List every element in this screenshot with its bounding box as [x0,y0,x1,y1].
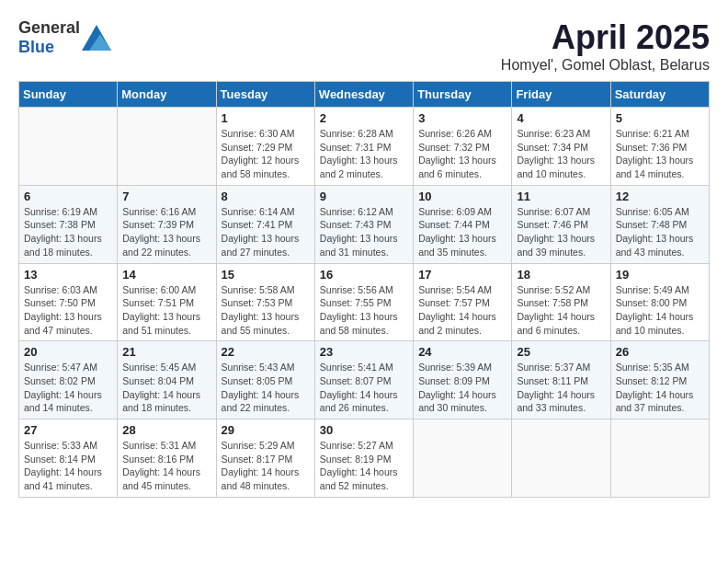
day-info: Sunrise: 6:23 AM Sunset: 7:34 PM Dayligh… [517,127,605,181]
calendar-week-row: 20Sunrise: 5:47 AM Sunset: 8:02 PM Dayli… [19,341,710,419]
day-number: 2 [320,111,408,125]
weekday-header-row: SundayMondayTuesdayWednesdayThursdayFrid… [19,82,710,108]
day-info: Sunrise: 6:26 AM Sunset: 7:32 PM Dayligh… [418,127,506,181]
day-number: 11 [517,190,605,203]
calendar-day-cell: 17Sunrise: 5:54 AM Sunset: 7:57 PM Dayli… [414,263,512,341]
day-info: Sunrise: 6:09 AM Sunset: 7:44 PM Dayligh… [418,205,506,259]
calendar-week-row: 27Sunrise: 5:33 AM Sunset: 8:14 PM Dayli… [19,419,710,498]
day-info: Sunrise: 5:52 AM Sunset: 7:58 PM Dayligh… [517,283,605,338]
day-info: Sunrise: 5:39 AM Sunset: 8:09 PM Dayligh… [418,361,506,415]
calendar-day-cell: 8Sunrise: 6:14 AM Sunset: 7:41 PM Daylig… [216,185,314,263]
calendar-day-cell: 4Sunrise: 6:23 AM Sunset: 7:34 PM Daylig… [512,108,610,186]
weekday-header: Monday [118,82,216,108]
calendar-day-cell [118,108,216,186]
day-info: Sunrise: 6:12 AM Sunset: 7:43 PM Dayligh… [320,205,408,259]
day-number: 17 [418,268,506,282]
day-number: 13 [24,268,112,282]
calendar-day-cell: 22Sunrise: 5:43 AM Sunset: 8:05 PM Dayli… [216,341,314,419]
calendar-day-cell: 27Sunrise: 5:33 AM Sunset: 8:14 PM Dayli… [19,419,118,498]
day-info: Sunrise: 6:00 AM Sunset: 7:51 PM Dayligh… [122,283,210,338]
day-number: 5 [616,111,704,125]
day-number: 6 [24,190,112,203]
day-number: 3 [418,111,506,125]
day-info: Sunrise: 6:14 AM Sunset: 7:41 PM Dayligh… [222,205,310,259]
calendar-day-cell: 23Sunrise: 5:41 AM Sunset: 8:07 PM Dayli… [314,341,413,419]
calendar-day-cell: 19Sunrise: 5:49 AM Sunset: 8:00 PM Dayli… [610,263,709,341]
day-info: Sunrise: 5:37 AM Sunset: 8:11 PM Dayligh… [517,361,605,415]
day-number: 20 [24,345,112,359]
weekday-header: Wednesday [314,82,413,108]
day-number: 29 [222,423,310,437]
day-info: Sunrise: 5:45 AM Sunset: 8:04 PM Dayligh… [122,361,210,415]
day-number: 10 [418,190,506,203]
day-info: Sunrise: 5:41 AM Sunset: 8:07 PM Dayligh… [320,361,408,415]
day-number: 27 [24,423,112,437]
weekday-header: Sunday [19,82,118,108]
calendar-day-cell: 16Sunrise: 5:56 AM Sunset: 7:55 PM Dayli… [314,263,413,341]
calendar-day-cell: 10Sunrise: 6:09 AM Sunset: 7:44 PM Dayli… [414,185,512,263]
day-number: 21 [122,345,210,359]
day-info: Sunrise: 6:28 AM Sunset: 7:31 PM Dayligh… [320,127,408,181]
calendar-day-cell: 26Sunrise: 5:35 AM Sunset: 8:12 PM Dayli… [610,341,709,419]
day-number: 28 [122,423,210,437]
calendar-day-cell: 5Sunrise: 6:21 AM Sunset: 7:36 PM Daylig… [610,108,709,186]
day-number: 12 [616,190,704,203]
day-number: 15 [222,268,310,282]
logo-icon [82,25,111,51]
calendar-week-row: 13Sunrise: 6:03 AM Sunset: 7:50 PM Dayli… [19,263,710,341]
calendar-day-cell: 28Sunrise: 5:31 AM Sunset: 8:16 PM Dayli… [118,419,216,498]
day-info: Sunrise: 5:58 AM Sunset: 7:53 PM Dayligh… [222,283,310,338]
weekday-header: Tuesday [216,82,314,108]
day-info: Sunrise: 5:47 AM Sunset: 8:02 PM Dayligh… [24,361,112,415]
page-header: General Blue April 2025 Homyel', Gomel O… [18,18,710,74]
day-info: Sunrise: 5:33 AM Sunset: 8:14 PM Dayligh… [24,439,112,493]
day-info: Sunrise: 6:03 AM Sunset: 7:50 PM Dayligh… [24,283,112,338]
day-number: 18 [517,268,605,282]
calendar-day-cell: 29Sunrise: 5:29 AM Sunset: 8:17 PM Dayli… [216,419,314,498]
day-info: Sunrise: 5:49 AM Sunset: 8:00 PM Dayligh… [616,283,704,338]
calendar-day-cell: 21Sunrise: 5:45 AM Sunset: 8:04 PM Dayli… [118,341,216,419]
calendar-day-cell: 11Sunrise: 6:07 AM Sunset: 7:46 PM Dayli… [512,185,610,263]
day-number: 23 [320,345,408,359]
day-number: 9 [320,190,408,203]
calendar-day-cell: 25Sunrise: 5:37 AM Sunset: 8:11 PM Dayli… [512,341,610,419]
day-info: Sunrise: 5:29 AM Sunset: 8:17 PM Dayligh… [222,439,310,493]
calendar-day-cell: 14Sunrise: 6:00 AM Sunset: 7:51 PM Dayli… [118,263,216,341]
day-info: Sunrise: 6:19 AM Sunset: 7:38 PM Dayligh… [24,205,112,259]
calendar-day-cell [414,419,512,498]
calendar-day-cell: 30Sunrise: 5:27 AM Sunset: 8:19 PM Dayli… [314,419,413,498]
day-number: 14 [122,268,210,282]
calendar-day-cell: 9Sunrise: 6:12 AM Sunset: 7:43 PM Daylig… [314,185,413,263]
calendar-day-cell: 3Sunrise: 6:26 AM Sunset: 7:32 PM Daylig… [414,108,512,186]
calendar-week-row: 1Sunrise: 6:30 AM Sunset: 7:29 PM Daylig… [19,108,710,186]
day-number: 30 [320,423,408,437]
calendar-day-cell: 7Sunrise: 6:16 AM Sunset: 7:39 PM Daylig… [118,185,216,263]
calendar-day-cell: 6Sunrise: 6:19 AM Sunset: 7:38 PM Daylig… [19,185,118,263]
day-info: Sunrise: 5:31 AM Sunset: 8:16 PM Dayligh… [122,439,210,493]
calendar-day-cell: 13Sunrise: 6:03 AM Sunset: 7:50 PM Dayli… [19,263,118,341]
day-info: Sunrise: 6:21 AM Sunset: 7:36 PM Dayligh… [616,127,704,181]
day-number: 26 [616,345,704,359]
calendar-day-cell [610,419,709,498]
calendar-day-cell: 12Sunrise: 6:05 AM Sunset: 7:48 PM Dayli… [610,185,709,263]
calendar-day-cell: 24Sunrise: 5:39 AM Sunset: 8:09 PM Dayli… [414,341,512,419]
day-info: Sunrise: 5:43 AM Sunset: 8:05 PM Dayligh… [222,361,310,415]
day-number: 7 [122,190,210,203]
day-number: 4 [517,111,605,125]
day-info: Sunrise: 6:05 AM Sunset: 7:48 PM Dayligh… [616,205,704,259]
day-info: Sunrise: 6:30 AM Sunset: 7:29 PM Dayligh… [222,127,310,181]
day-number: 1 [222,111,310,125]
calendar-day-cell: 1Sunrise: 6:30 AM Sunset: 7:29 PM Daylig… [216,108,314,186]
day-number: 19 [616,268,704,282]
weekday-header: Saturday [610,82,709,108]
calendar-day-cell: 18Sunrise: 5:52 AM Sunset: 7:58 PM Dayli… [512,263,610,341]
calendar-day-cell: 15Sunrise: 5:58 AM Sunset: 7:53 PM Dayli… [216,263,314,341]
calendar-table: SundayMondayTuesdayWednesdayThursdayFrid… [18,81,710,498]
day-number: 25 [517,345,605,359]
day-info: Sunrise: 6:07 AM Sunset: 7:46 PM Dayligh… [517,205,605,259]
weekday-header: Thursday [414,82,512,108]
weekday-header: Friday [512,82,610,108]
day-info: Sunrise: 5:56 AM Sunset: 7:55 PM Dayligh… [320,283,408,338]
day-number: 24 [418,345,506,359]
location-title: Homyel', Gomel Oblast, Belarus [501,57,710,74]
